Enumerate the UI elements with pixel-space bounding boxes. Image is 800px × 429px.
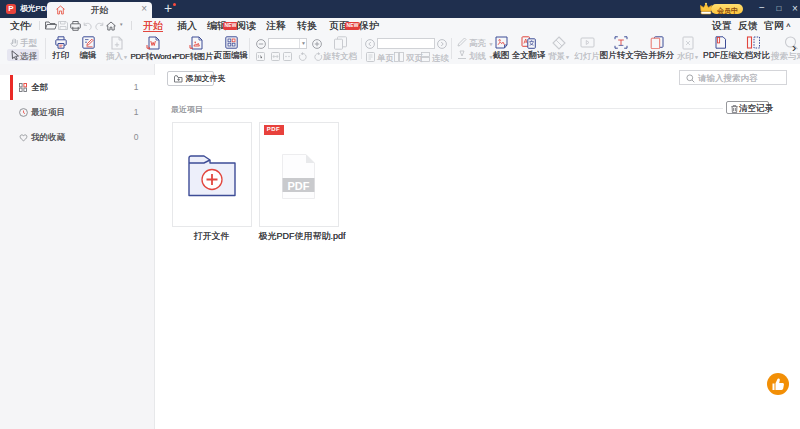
svg-text:PDF: PDF xyxy=(287,179,309,191)
